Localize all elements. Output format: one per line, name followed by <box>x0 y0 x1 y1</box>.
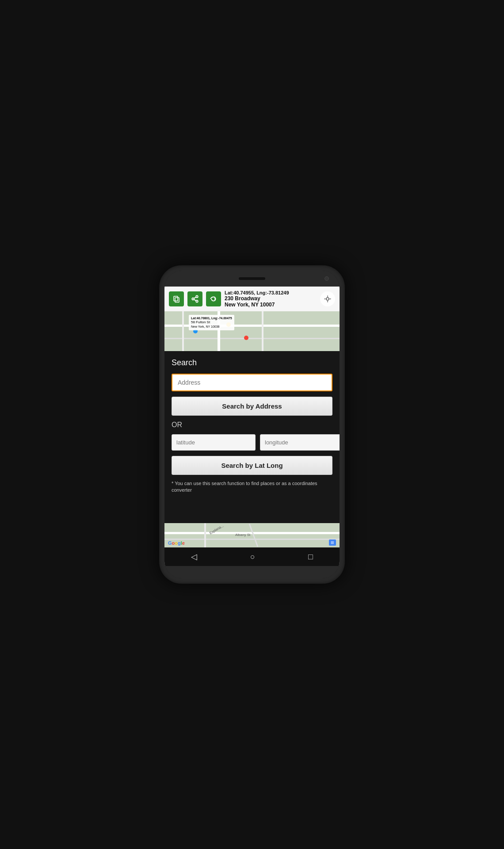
svg-point-2 <box>196 296 198 298</box>
share-icon[interactable] <box>187 291 202 306</box>
lat-lng-row <box>172 434 332 451</box>
bottom-bezel <box>164 566 340 578</box>
svg-point-3 <box>192 298 194 300</box>
map-canvas: Lat:40.70801, Lng:-74.00475 58 Fulton St… <box>164 311 340 351</box>
search-by-address-button[interactable]: Search by Address <box>172 397 332 416</box>
home-button[interactable]: ○ <box>250 552 255 562</box>
secondary-address2: New York, NY 10038 <box>191 325 232 329</box>
my-location-button[interactable] <box>320 291 335 306</box>
svg-line-6 <box>194 297 196 298</box>
search-by-lat-long-button[interactable]: Search by Lat Long <box>172 456 332 475</box>
address-input[interactable] <box>172 374 332 391</box>
phone-device: Lat:40.74955, Lng:-73.81249 230 Broadway… <box>159 265 345 584</box>
search-title: Search <box>172 358 332 367</box>
speaker <box>239 277 265 280</box>
street-label-albany: Albany St <box>235 533 250 537</box>
nav-bar: ◁ ○ □ <box>164 547 340 566</box>
copy-icon[interactable] <box>169 291 184 306</box>
phone-screen: Lat:40.74955, Lng:-73.81249 230 Broadway… <box>164 271 340 578</box>
back-button[interactable]: ◁ <box>191 552 197 562</box>
address-line2: New York, NY 10007 <box>225 302 317 308</box>
svg-point-4 <box>196 300 198 302</box>
route-icon[interactable] <box>206 291 221 306</box>
secondary-address1: 58 Fulton St <box>191 320 232 325</box>
map-button[interactable]: ⊞ <box>329 539 336 546</box>
bottom-map: Esplana... Albany St Google ⊞ <box>164 523 340 547</box>
top-bezel <box>164 271 340 287</box>
google-logo: Google <box>168 540 185 546</box>
camera <box>325 276 329 281</box>
coordinates-text: Lat:40.74955, Lng:-73.81249 <box>225 290 317 295</box>
svg-line-5 <box>194 299 196 301</box>
screen: Lat:40.74955, Lng:-73.81249 230 Broadway… <box>164 287 340 566</box>
map-background: Lat:40.70801, Lng:-74.00475 58 Fulton St… <box>164 311 340 351</box>
svg-point-7 <box>326 298 329 300</box>
latitude-input[interactable] <box>172 434 256 451</box>
search-dialog: Search Search by Address OR Search by La… <box>164 351 340 523</box>
location-info: Lat:40.74955, Lng:-73.81249 230 Broadway… <box>225 290 317 308</box>
secondary-coords: Lat:40.70801, Lng:-74.00475 <box>191 316 232 320</box>
longitude-input[interactable] <box>260 434 340 451</box>
svg-rect-0 <box>175 298 179 302</box>
or-separator: OR <box>172 421 332 429</box>
address-line1: 230 Broadway <box>225 295 317 302</box>
svg-rect-1 <box>174 296 178 301</box>
hint-text: * You can use this search function to fi… <box>172 480 332 494</box>
app-bar: Lat:40.74955, Lng:-73.81249 230 Broadway… <box>164 287 340 311</box>
recent-apps-button[interactable]: □ <box>308 552 313 562</box>
